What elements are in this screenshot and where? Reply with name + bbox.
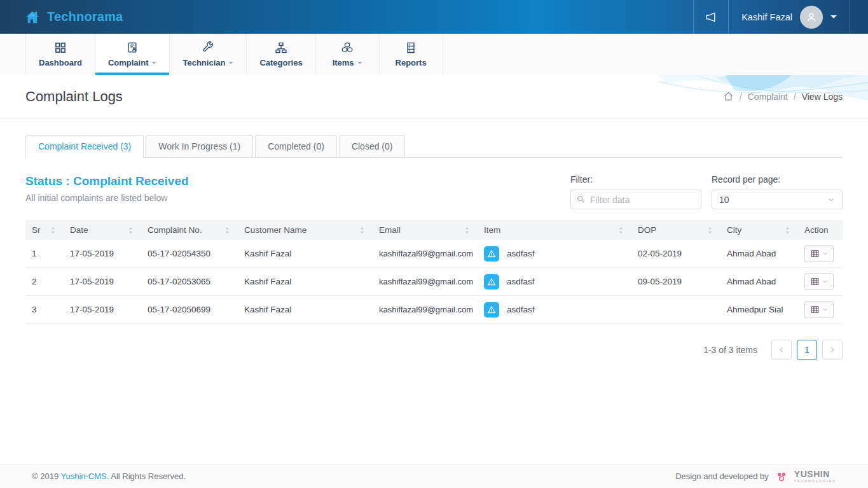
warning-triangle-icon (487, 277, 496, 286)
breadcrumb-complaint[interactable]: Complaint (748, 92, 788, 102)
content-area: Complaint Received (3) Work In Progress … (0, 118, 868, 464)
cell-email: kashiffazal99@gmail.com (373, 296, 478, 324)
search-icon (576, 195, 585, 204)
record-per-page-select[interactable]: 10 (712, 190, 843, 209)
column-header-label: Email (379, 225, 401, 235)
record-per-page-label: Record per page: (712, 174, 843, 185)
status-tabs: Complaint Received (3) Work In Progress … (25, 135, 843, 158)
status-tab[interactable]: Work In Progress (1) (146, 135, 253, 158)
status-heading: Status : Complaint Received (25, 174, 189, 188)
row-actions-button[interactable] (804, 301, 834, 318)
item-name: asdfasf (507, 305, 535, 314)
pagination-summary: 1-3 of 3 items (703, 345, 757, 355)
column-header-label: Date (70, 225, 88, 235)
sort-icon (358, 226, 366, 235)
status-tab[interactable]: Closed (0) (339, 135, 406, 158)
breadcrumb: / Complaint / View Logs (723, 91, 843, 102)
sort-icon (127, 226, 135, 235)
nav-item[interactable]: Reports (380, 34, 443, 75)
cell-sr: 2 (25, 268, 64, 296)
complaint-icon (126, 41, 139, 54)
status-tab-label: Complaint Received (3) (38, 141, 131, 151)
caret-down-icon (830, 15, 837, 18)
table-icon (811, 249, 819, 258)
yushin-logo-icon[interactable] (774, 469, 789, 484)
cell-action (798, 240, 843, 268)
sort-icon (706, 226, 714, 235)
technorama-logo-icon (23, 8, 42, 26)
status-tab[interactable]: Completed (0) (255, 135, 337, 158)
announcements-button[interactable] (693, 0, 729, 34)
cell-dop (631, 296, 720, 324)
table-icon (811, 305, 819, 314)
pagination-page-1-button[interactable]: 1 (797, 340, 817, 360)
nav-item[interactable]: Items (316, 34, 380, 75)
column-header[interactable]: Sr (25, 220, 64, 240)
cell-item: asdfasf (478, 268, 631, 296)
row-actions-button[interactable] (804, 245, 834, 262)
user-menu[interactable]: Kashif Fazal (729, 0, 850, 34)
chevron-down-icon (827, 196, 835, 204)
caret-down-icon (357, 62, 362, 64)
status-block: Status : Complaint Received All initial … (25, 174, 189, 203)
nav-item[interactable]: Technician (170, 34, 247, 75)
column-header[interactable]: City (720, 220, 798, 240)
avatar (800, 6, 823, 29)
status-tab-label: Closed (0) (352, 141, 393, 151)
pagination-prev-button[interactable] (771, 340, 792, 360)
cell-date: 17-05-2019 (64, 296, 141, 324)
item-image-badge (484, 246, 499, 261)
nav-item[interactable]: Dashboard (25, 34, 95, 75)
column-header-label: Item (484, 225, 500, 235)
nav-item[interactable]: Complaint (95, 34, 170, 75)
column-header[interactable]: Item (478, 220, 631, 240)
megaphone-icon (705, 11, 717, 24)
row-actions-button[interactable] (804, 273, 834, 290)
filter-input[interactable] (570, 190, 701, 209)
column-header[interactable]: DOP (631, 220, 720, 240)
status-tab[interactable]: Complaint Received (3) (25, 135, 144, 158)
column-header[interactable]: Complaint No. (141, 220, 238, 240)
item-name: asdfasf (507, 249, 535, 258)
chevron-down-icon (822, 279, 828, 284)
record-per-page-value: 10 (719, 195, 729, 205)
cell-complaint-no: 05-17-02050699 (141, 296, 238, 324)
column-header[interactable]: Date (64, 220, 141, 240)
top-header-bar: Technorama Kashif Fazal (0, 0, 868, 34)
user-icon (804, 10, 818, 24)
column-header-label: City (727, 225, 741, 235)
cell-date: 17-05-2019 (64, 240, 141, 268)
cell-complaint-no: 05-17-02053065 (141, 268, 238, 296)
brand-logo[interactable]: Technorama (0, 0, 123, 34)
home-icon[interactable] (723, 91, 734, 102)
complaints-table: Sr Date Complaint No. (25, 220, 843, 324)
technician-icon (202, 41, 214, 54)
column-header-label: Customer Name (244, 225, 307, 235)
column-header-label: Sr (32, 225, 41, 235)
credit-brand[interactable]: YUSHIN TECHNOLOGIES (794, 470, 836, 483)
cell-sr: 3 (25, 296, 64, 324)
categories-icon (275, 41, 287, 54)
column-header[interactable]: Action (798, 220, 843, 240)
yushin-cms-link[interactable]: Yushin-CMS (61, 471, 107, 481)
pagination: 1-3 of 3 items 1 (25, 340, 843, 360)
cell-email: kashiffazal99@gmail.com (373, 268, 478, 296)
cell-item: asdfasf (478, 240, 631, 268)
column-header[interactable]: Email (373, 220, 478, 240)
cell-sr: 1 (25, 240, 64, 268)
pagination-next-button[interactable] (822, 340, 843, 360)
warning-triangle-icon (487, 249, 496, 258)
page-title: Complaint Logs (25, 88, 123, 105)
brand-name: Technorama (47, 10, 123, 24)
table-icon (811, 277, 819, 286)
footer: © 2019 Yushin-CMS. All Rights Reserved. … (0, 464, 868, 488)
main-nav: Dashboard Complaint Technician Categorie… (0, 34, 868, 75)
nav-item-label: Reports (396, 58, 427, 67)
table-row: 1 17-05-2019 05-17-02054350 Kashif Fazal… (25, 240, 843, 268)
cell-city: Ahmad Abad (720, 240, 798, 268)
cell-customer-name: Kashif Fazal (238, 296, 373, 324)
column-header[interactable]: Customer Name (238, 220, 373, 240)
column-header-label: Complaint No. (148, 225, 202, 235)
table-header-row: Sr Date Complaint No. (25, 220, 843, 240)
nav-item[interactable]: Categories (247, 34, 315, 75)
